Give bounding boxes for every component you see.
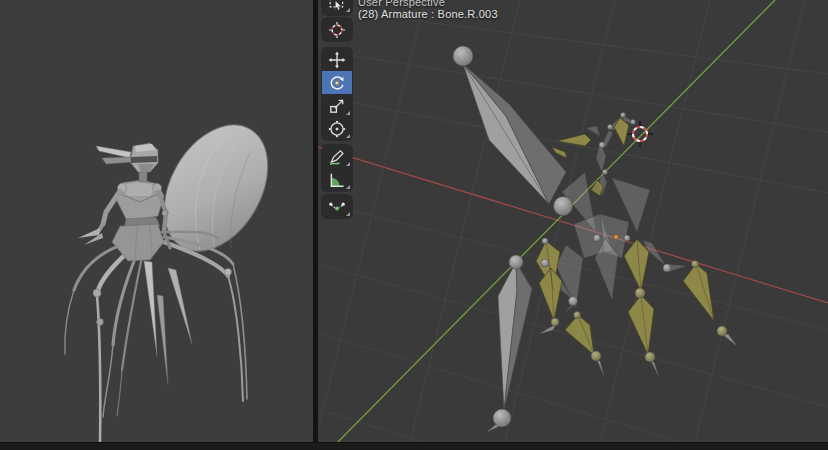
spider-spikes bbox=[144, 261, 192, 385]
bone-tips bbox=[487, 304, 737, 432]
viewport-perspective-label: User Perspective bbox=[358, 0, 445, 8]
curve-tool-icon bbox=[328, 198, 346, 216]
transform-icon bbox=[328, 120, 346, 138]
tool-annotate[interactable] bbox=[322, 145, 352, 168]
y-axis-line bbox=[330, 0, 775, 450]
select-box-icon bbox=[328, 0, 346, 12]
3d-cursor bbox=[627, 121, 653, 147]
bottom-status-strip bbox=[0, 442, 828, 450]
blender-window: User Perspective (28) Armature : Bone.R.… bbox=[0, 0, 828, 450]
tool-cursor[interactable] bbox=[322, 18, 352, 41]
model-preview-panel[interactable] bbox=[0, 0, 313, 450]
move-icon bbox=[328, 51, 346, 69]
tool-curve[interactable] bbox=[322, 195, 352, 218]
spider-abdomen bbox=[143, 107, 289, 270]
tool-rotate[interactable] bbox=[322, 71, 352, 94]
bone-large-leg[interactable] bbox=[498, 262, 532, 410]
spider-legs-right bbox=[161, 232, 247, 401]
measure-icon bbox=[328, 171, 346, 189]
tool-transform[interactable] bbox=[322, 117, 352, 140]
tool-select-box[interactable] bbox=[322, 0, 352, 14]
bone-large-upper[interactable] bbox=[463, 64, 566, 204]
tool-move[interactable] bbox=[322, 48, 352, 71]
object-origin-dot bbox=[614, 235, 618, 239]
armature-viewport[interactable]: User Perspective (28) Armature : Bone.R.… bbox=[318, 0, 828, 450]
spider-head bbox=[96, 143, 158, 182]
cursor-tool-icon bbox=[328, 21, 346, 39]
spider-model bbox=[0, 0, 313, 450]
spider-legs-left bbox=[65, 244, 142, 444]
viewport-selection-label: (28) Armature : Bone.R.003 bbox=[358, 8, 498, 20]
tool-measure[interactable] bbox=[322, 168, 352, 191]
annotate-icon bbox=[328, 148, 346, 166]
scale-icon bbox=[328, 97, 346, 115]
tool-scale[interactable] bbox=[322, 94, 352, 117]
rotate-icon bbox=[328, 74, 346, 92]
